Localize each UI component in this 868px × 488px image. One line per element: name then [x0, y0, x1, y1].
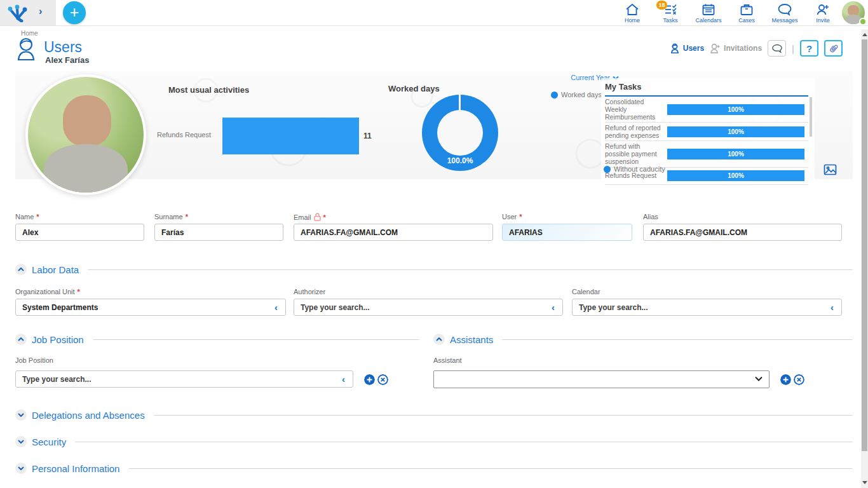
section-labor-data[interactable]: Labor Data [15, 264, 853, 275]
chevron-down-icon [755, 376, 763, 381]
chevron-up-icon [18, 337, 24, 341]
job-position-field[interactable] [15, 370, 353, 388]
task-progress-bar[interactable]: 100% [667, 170, 804, 181]
nav-tasks[interactable]: 18 Tasks [656, 1, 685, 24]
org-unit-picker-icon[interactable]: ‹ [275, 302, 278, 313]
task-progress-bar[interactable]: 100% [667, 149, 804, 159]
caducity-legend: Without caducity [604, 165, 665, 173]
section-assistants[interactable]: Assistants [433, 334, 853, 345]
comment-icon [771, 44, 783, 53]
new-case-button[interactable]: + [63, 1, 86, 24]
briefcase-icon [740, 3, 754, 16]
remove-job-position-button[interactable] [377, 374, 388, 385]
authorizer-field[interactable] [294, 299, 563, 316]
email-field[interactable] [294, 224, 493, 241]
tasks-badge: 18 [656, 1, 667, 10]
invitations-icon [710, 43, 721, 53]
tasks-scrollbar[interactable] [810, 97, 812, 166]
org-unit-label: Organizational Unit* [15, 288, 80, 295]
alias-field[interactable] [643, 224, 842, 241]
scroll-up-arrow[interactable] [861, 30, 868, 38]
users-page-icon [15, 37, 37, 61]
surname-label: Surname* [154, 213, 188, 220]
attachments-button[interactable] [824, 40, 843, 57]
chevron-up-icon [436, 337, 442, 341]
activities-bar[interactable] [222, 118, 359, 154]
user-field[interactable] [502, 224, 632, 241]
home-icon [625, 3, 639, 16]
job-position-picker-icon[interactable]: ‹ [342, 374, 345, 384]
legend-dot [551, 92, 558, 98]
section-delegations[interactable]: Delegations and Absences [15, 409, 853, 421]
user-label: User* [502, 213, 522, 220]
profile-photo-image [28, 77, 144, 193]
chevron-down-icon [18, 466, 24, 470]
invite-user-icon [816, 3, 830, 16]
surname-field[interactable] [154, 224, 283, 241]
tab-invitations[interactable]: Invitations [710, 43, 762, 53]
chevron-down-icon [18, 413, 24, 417]
top-navigation: Home 18 Tasks Calendars [618, 1, 837, 24]
worked-days-value: 100.0% [422, 156, 498, 165]
assistant-select[interactable] [433, 370, 770, 388]
email-label: Email * [294, 213, 326, 221]
header-actions: Users Invitations | ? [670, 39, 843, 57]
page-title: Users [44, 39, 82, 56]
nav-cases[interactable]: Cases [732, 1, 761, 24]
add-job-position-button[interactable] [364, 374, 375, 385]
scroll-down-arrow[interactable] [861, 478, 868, 486]
tasks-scrollbar-thumb[interactable] [810, 97, 812, 137]
name-label: Name* [15, 213, 39, 220]
calendar-field[interactable] [572, 299, 842, 316]
add-assistant-button[interactable] [780, 374, 791, 385]
worked-days-donut[interactable]: 100.0% [422, 95, 498, 171]
users-page: › + Home 18 Tasks [0, 0, 868, 488]
activities-bar-value: 11 [363, 132, 372, 140]
remove-assistant-button[interactable] [794, 374, 804, 385]
task-row: Refund with possible payment suspension … [605, 141, 808, 167]
brand-logo-area[interactable]: › [0, 0, 56, 25]
my-tasks-title: My Tasks [605, 82, 808, 97]
top-bar: › + Home 18 Tasks [0, 0, 868, 26]
user-dashboard-banner: Most usual activities Refunds Request 11… [15, 71, 853, 179]
help-button[interactable]: ? [800, 40, 818, 57]
paperclip-icon [826, 41, 841, 56]
activities-chart-title: Most usual activities [168, 85, 249, 95]
alias-label: Alias [643, 213, 658, 220]
nav-messages[interactable]: Messages [770, 1, 799, 24]
brand-logo-icon [5, 3, 28, 22]
online-status-dot [859, 18, 867, 25]
section-security[interactable]: Security [15, 436, 853, 447]
nav-calendars[interactable]: Calendars [694, 1, 723, 24]
task-progress-bar[interactable]: 100% [667, 104, 804, 115]
authorizer-picker-icon[interactable]: ‹ [552, 302, 555, 313]
task-progress-bar[interactable]: 100% [667, 126, 804, 137]
nav-home[interactable]: Home [618, 1, 647, 24]
name-field[interactable] [15, 224, 144, 241]
message-bubble-icon [777, 3, 792, 16]
page-scrollbar[interactable] [861, 29, 868, 488]
legend-dot [604, 166, 611, 173]
profile-photo[interactable] [25, 74, 146, 195]
profile-avatar[interactable] [842, 1, 865, 24]
section-personal-info[interactable]: Personal Information [15, 463, 853, 474]
org-unit-field[interactable] [15, 299, 286, 316]
tab-users[interactable]: Users [670, 43, 704, 53]
sidebar-expand-icon[interactable]: › [39, 6, 42, 17]
page-subtitle: Alex Farías [45, 55, 89, 65]
chevron-up-icon [18, 268, 24, 271]
nav-invite[interactable]: Invite [808, 1, 837, 24]
authorizer-label: Authorizer [294, 288, 325, 295]
calendar-picker-icon[interactable]: ‹ [831, 302, 834, 313]
breadcrumb[interactable]: Home [21, 30, 38, 37]
job-position-label: Job Position [15, 356, 53, 364]
worked-days-legend: Worked days [551, 91, 602, 98]
user-icon [670, 43, 680, 53]
scrollbar-thumb[interactable] [862, 39, 867, 451]
section-job-position[interactable]: Job Position [15, 334, 419, 345]
lock-icon [314, 213, 321, 221]
comments-button[interactable] [768, 40, 786, 57]
change-banner-image-button[interactable] [824, 164, 837, 175]
chevron-down-icon [18, 440, 24, 444]
task-row: Consolidated Weekly Reimbursements 100% [605, 97, 808, 123]
